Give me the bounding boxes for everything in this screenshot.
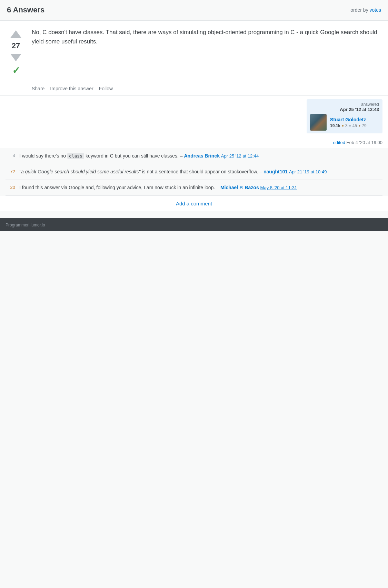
downvote-button[interactable] [9,52,23,63]
answer-main: 27 ✓ No, C doesn't have classes. That sa… [6,28,382,76]
code-class: class [67,153,84,159]
comment-text-3: I found this answer via Google and, foll… [19,184,382,191]
upvote-icon [10,30,21,38]
answered-label: answered [310,102,379,107]
comment-date-1[interactable]: Apr 25 '12 at 12:44 [221,153,259,159]
comment-date-3[interactable]: May 8 '20 at 11:31 [260,185,297,190]
comment-text-2: "a quick Google search should yield some… [19,168,382,175]
badge-gold-count: 3 [345,123,348,128]
edit-note: edited Feb 4 '20 at 19:00 [0,137,388,148]
comment-author-2[interactable]: naught101 [263,169,288,174]
action-bar: Share Improve this answer Follow [0,82,388,96]
edited-label: edited [333,140,345,145]
comment-item-3: 20 I found this answer via Google and, f… [6,180,382,196]
answer-text: No, C doesn't have classes. That said, t… [32,28,382,46]
add-comment-row: Add a comment [0,196,388,211]
answered-date: Apr 25 '12 at 12:43 [310,107,379,112]
user-reputation: 19.1k ● 3 ● 45 ● 79 [330,123,367,128]
user-name-link[interactable]: Stuart Golodetz [330,117,367,122]
share-link[interactable]: Share [32,86,44,91]
edited-link[interactable]: edited [333,140,347,145]
comment-date-2[interactable]: Apr 21 '19 at 10:49 [289,169,327,174]
user-details: Stuart Golodetz 19.1k ● 3 ● 45 ● 79 [310,114,379,131]
comment-item-2: 72 "a quick Google search should yield s… [6,164,382,180]
user-meta: Stuart Golodetz 19.1k ● 3 ● 45 ● 79 [330,117,367,128]
rep-score: 19.1k [330,123,340,128]
avatar-image [310,114,327,131]
answers-header: 6 Answers order by votes [0,0,388,20]
answer-block: 27 ✓ No, C doesn't have classes. That sa… [0,20,388,82]
user-avatar [310,114,327,131]
badge-bronze-dot: ● [358,124,360,128]
comment-text-1: I would say there's no class keyword in … [19,152,382,160]
accepted-checkmark: ✓ [12,65,20,76]
comment-author-1[interactable]: Andreas Brinck [184,153,219,159]
edited-date: Feb 4 '20 at 19:00 [347,140,382,145]
comment-author-3[interactable]: Michael P. Bazos [220,185,259,190]
footer-brand: ProgrammerHumor.io [6,223,45,227]
follow-link[interactable]: Follow [99,86,113,91]
badge-bronze-count: 79 [362,123,366,128]
comment-score-2: 72 [6,168,15,174]
user-info-row: answered Apr 25 '12 at 12:43 Stuart Golo… [0,96,388,137]
comment-score-3: 20 [6,184,15,190]
badge-silver-count: 45 [352,123,357,128]
order-by: order by votes [350,7,381,13]
comment-item: 4 I would say there's no class keyword i… [6,148,382,164]
vote-column: 27 ✓ [6,28,26,76]
add-comment-link[interactable]: Add a comment [176,201,212,206]
downvote-icon [10,54,21,61]
comments-section: 4 I would say there's no class keyword i… [0,148,388,196]
badge-silver-dot: ● [349,124,351,128]
comment-italic-2: "a quick Google search should yield some… [19,169,141,174]
improve-answer-link[interactable]: Improve this answer [50,86,93,91]
comment-score-1: 4 [6,152,15,158]
user-card: answered Apr 25 '12 at 12:43 Stuart Golo… [307,99,382,133]
order-by-label: order by [350,7,369,13]
vote-count: 27 [12,41,20,50]
answer-body: No, C doesn't have classes. That said, t… [32,28,382,76]
order-by-votes-link[interactable]: votes [370,7,381,13]
upvote-button[interactable] [9,29,23,39]
badge-gold-dot: ● [342,124,344,128]
answers-count: 6 Answers [7,6,44,14]
site-footer: ProgrammerHumor.io [0,218,388,231]
